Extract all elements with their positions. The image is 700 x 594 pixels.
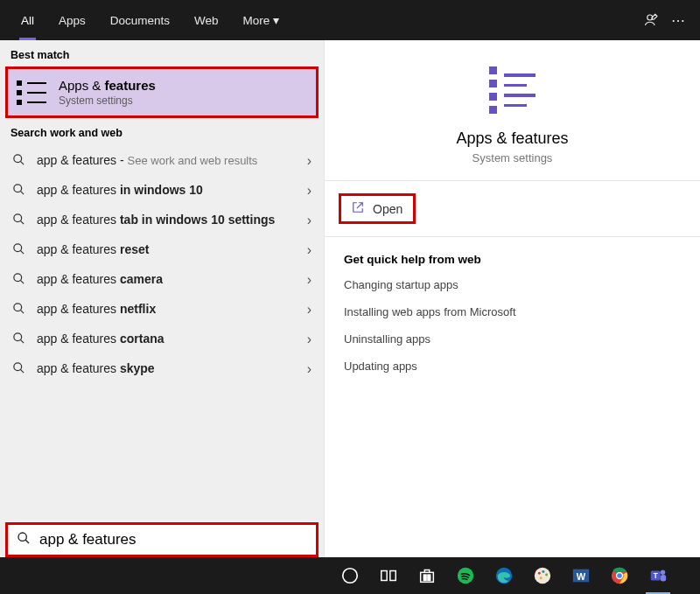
paint-icon[interactable] <box>525 557 560 594</box>
svg-point-9 <box>14 274 22 282</box>
chevron-right-icon: › <box>307 242 312 258</box>
quick-help-links: Changing startup appsInstalling web apps… <box>344 278 681 373</box>
svg-point-19 <box>343 569 358 584</box>
svg-rect-21 <box>390 571 396 581</box>
svg-point-13 <box>14 333 22 341</box>
search-icon <box>12 242 26 258</box>
tab-documents[interactable]: Documents <box>98 0 182 40</box>
svg-line-4 <box>20 191 24 194</box>
quick-help-link[interactable]: Changing startup apps <box>344 278 681 291</box>
search-icon <box>12 183 26 199</box>
suggestion-text: app & features camera <box>37 272 297 288</box>
word-icon[interactable]: W <box>564 557 598 594</box>
results-pane: Best match Apps & features System settin… <box>0 40 324 557</box>
chevron-down-icon: ▾ <box>273 13 279 27</box>
edge-icon[interactable] <box>486 557 522 594</box>
suggestion-text: app & features netflix <box>37 302 297 318</box>
svg-rect-22 <box>421 572 434 582</box>
microsoft-store-icon[interactable] <box>410 557 444 594</box>
quick-help-link[interactable]: Installing web apps from Microsoft <box>344 305 681 318</box>
suggestion-row[interactable]: app & features skype› <box>0 354 324 384</box>
svg-point-31 <box>542 570 544 573</box>
tab-web[interactable]: Web <box>182 0 231 40</box>
suggestion-row[interactable]: app & features camera› <box>0 265 324 295</box>
search-input[interactable] <box>39 531 307 549</box>
preview-pane: Apps & features System settings Open Get… <box>324 40 700 557</box>
svg-rect-25 <box>424 578 426 581</box>
best-match-heading: Best match <box>0 40 324 66</box>
apps-features-icon <box>17 80 46 105</box>
quick-help-link[interactable]: Updating apps <box>344 360 681 373</box>
preview-subtitle: System settings <box>472 151 553 164</box>
quick-help-link[interactable]: Uninstalling apps <box>344 332 681 346</box>
cortana-icon[interactable] <box>332 557 368 594</box>
best-match-title-plain: Apps & <box>59 78 105 93</box>
chevron-right-icon: › <box>307 361 312 377</box>
search-icon <box>12 213 26 228</box>
tab-more-label: More <box>243 14 270 27</box>
search-icon <box>17 531 31 549</box>
suggestion-row[interactable]: app & features cortana› <box>0 325 324 354</box>
best-match-result[interactable]: Apps & features System settings <box>5 66 318 118</box>
svg-rect-42 <box>661 575 666 581</box>
svg-point-7 <box>14 244 22 252</box>
svg-line-10 <box>20 280 24 283</box>
svg-point-29 <box>535 568 550 584</box>
teams-icon[interactable]: T <box>640 557 676 594</box>
suggestion-text: app & features cortana <box>37 332 297 347</box>
tab-all[interactable]: All <box>9 0 46 40</box>
open-external-icon <box>352 201 364 216</box>
search-icon <box>12 153 26 169</box>
svg-line-6 <box>20 220 24 224</box>
best-match-title-bold: features <box>105 78 156 93</box>
suggestion-row[interactable]: app & features netflix› <box>0 295 324 325</box>
search-work-web-heading: Search work and web <box>0 118 324 144</box>
svg-line-16 <box>20 369 24 373</box>
suggestion-text: app & features tab in windows 10 setting… <box>37 213 297 228</box>
task-view-icon[interactable] <box>371 557 406 594</box>
apps-features-large-icon <box>489 66 536 114</box>
best-match-subtitle: System settings <box>59 94 156 107</box>
suggestion-row[interactable]: app & features in windows 10› <box>0 176 324 206</box>
suggestion-row[interactable]: app & features - See work and web result… <box>0 146 324 176</box>
chrome-icon[interactable] <box>602 557 637 594</box>
search-icon <box>12 272 26 288</box>
svg-rect-26 <box>428 578 430 581</box>
svg-point-33 <box>540 577 542 579</box>
web-suggestions: app & features - See work and web result… <box>0 144 324 386</box>
svg-point-17 <box>18 533 26 541</box>
svg-point-32 <box>545 574 548 577</box>
open-button[interactable]: Open <box>339 193 416 224</box>
svg-point-3 <box>14 185 22 192</box>
svg-point-1 <box>14 155 22 163</box>
feedback-icon[interactable] <box>639 12 665 28</box>
svg-point-30 <box>538 572 541 575</box>
svg-line-18 <box>25 540 29 543</box>
spotify-icon[interactable] <box>448 557 483 594</box>
quick-help-section: Get quick help from web Changing startup… <box>325 237 700 402</box>
quick-help-heading: Get quick help from web <box>344 253 681 266</box>
preview-title: Apps & features <box>456 129 568 148</box>
svg-point-41 <box>661 570 666 576</box>
open-button-label: Open <box>373 202 402 216</box>
search-box[interactable] <box>5 522 318 557</box>
tab-more[interactable]: More ▾ <box>231 0 292 40</box>
suggestion-text: app & features reset <box>37 242 297 258</box>
chevron-right-icon: › <box>307 153 312 169</box>
tab-apps[interactable]: Apps <box>46 0 98 40</box>
chevron-right-icon: › <box>307 183 312 199</box>
svg-point-27 <box>458 568 473 584</box>
svg-line-12 <box>20 310 24 313</box>
suggestion-row[interactable]: app & features tab in windows 10 setting… <box>0 206 324 235</box>
chevron-right-icon: › <box>307 213 312 228</box>
svg-line-8 <box>20 250 24 254</box>
search-icon <box>12 332 26 347</box>
suggestion-text: app & features in windows 10 <box>37 183 297 199</box>
svg-line-2 <box>20 161 24 164</box>
svg-rect-20 <box>382 571 387 581</box>
more-options-icon[interactable]: ⋯ <box>665 12 691 29</box>
chevron-right-icon: › <box>307 332 312 347</box>
suggestion-row[interactable]: app & features reset› <box>0 235 324 265</box>
chevron-right-icon: › <box>307 272 312 288</box>
chevron-right-icon: › <box>307 302 312 318</box>
